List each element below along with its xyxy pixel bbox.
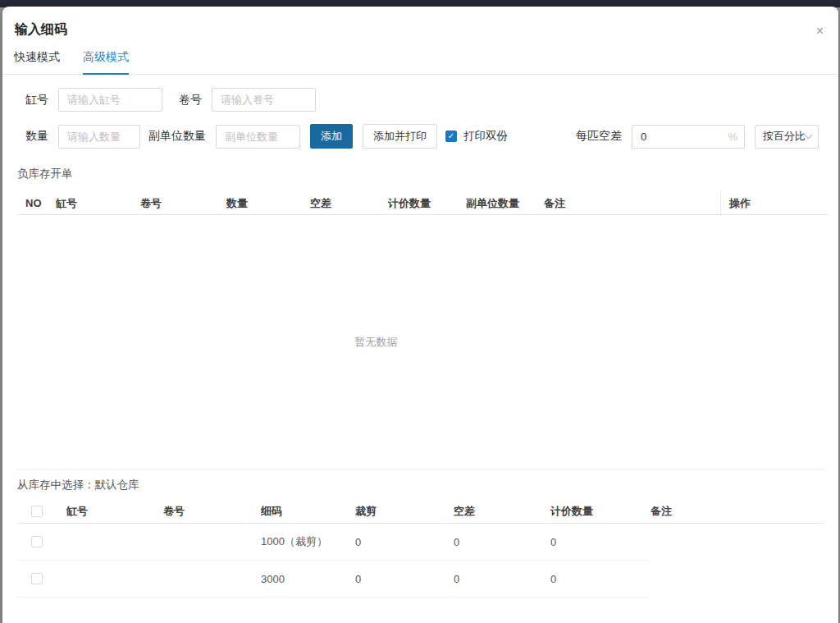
- gap-mode-selected-value: 按百分比: [763, 129, 806, 144]
- per-piece-gap-label: 每匹空差: [576, 129, 622, 144]
- col-vat: 缸号: [56, 192, 140, 215]
- negative-stock-section-label: 负库存开单: [2, 167, 838, 181]
- per-piece-gap-field: %: [632, 125, 745, 149]
- negative-table-body: 暂无数据: [2, 215, 838, 469]
- table-row: 3000 0 0 0: [2, 561, 838, 598]
- empty-data-text: 暂无数据: [355, 336, 398, 348]
- col-roll: 卷号: [163, 500, 261, 524]
- cell-fine-code: 3000: [261, 561, 355, 598]
- col-remark: 备注: [544, 192, 720, 215]
- form-row-2: 数量 副单位数量 添加 添加并打印 打印双份 每匹空差 % 按百分比: [2, 124, 838, 149]
- quantity-label: 数量: [25, 129, 48, 144]
- cell-pricing-qty: 0: [550, 524, 651, 561]
- chevron-down-icon: [805, 131, 813, 139]
- col-pricing-qty: 计价数量: [550, 500, 651, 524]
- print-double-checkbox[interactable]: [445, 131, 457, 142]
- stock-select-section-label: 从库存中选择：默认仓库: [2, 478, 838, 492]
- section-divider: [17, 469, 824, 470]
- percent-suffix: %: [728, 131, 737, 143]
- stock-table-header: 缸号 卷号 细码 裁剪 空差 计价数量 备注: [2, 500, 838, 524]
- col-no: NO: [17, 192, 56, 215]
- col-fine-code: 细码: [261, 500, 355, 524]
- cell-vat: [66, 524, 163, 561]
- cell-gap: 0: [454, 524, 550, 561]
- row-checkbox[interactable]: [31, 536, 43, 547]
- col-gap: 空差: [454, 500, 550, 524]
- cell-cut: 0: [355, 524, 454, 561]
- form-row-1: 缸号 卷号: [2, 88, 838, 112]
- col-remark: 备注: [651, 500, 824, 524]
- mode-tabs: 快速模式 高级模式: [2, 50, 838, 75]
- col-action: 操作: [720, 192, 829, 215]
- close-icon[interactable]: ×: [816, 25, 824, 38]
- add-button[interactable]: 添加: [310, 124, 353, 149]
- cell-roll: [163, 524, 261, 561]
- gap-mode-select[interactable]: 按百分比: [755, 125, 819, 149]
- col-pricing-qty: 计价数量: [388, 192, 466, 215]
- cell-fine-code: 1000（裁剪）: [261, 524, 355, 561]
- col-sub-unit-qty: 副单位数量: [466, 192, 544, 215]
- cell-gap: 0: [454, 561, 550, 598]
- cell-vat: [66, 561, 163, 598]
- roll-number-input[interactable]: [212, 88, 316, 112]
- row-checkbox[interactable]: [31, 573, 43, 584]
- add-and-print-button[interactable]: 添加并打印: [363, 124, 437, 149]
- cell-pricing-qty: 0: [550, 561, 651, 598]
- roll-number-label: 卷号: [179, 93, 202, 108]
- print-double-label: 打印双份: [463, 129, 508, 144]
- cell-roll: [163, 561, 261, 598]
- col-roll: 卷号: [140, 192, 226, 215]
- sub-unit-qty-input[interactable]: [216, 125, 300, 149]
- vat-number-label: 缸号: [25, 93, 48, 108]
- tab-quick-mode[interactable]: 快速模式: [14, 50, 60, 74]
- select-all-checkbox[interactable]: [31, 506, 43, 517]
- col-cut: 裁剪: [355, 500, 454, 524]
- table-row: 1000（裁剪） 0 0 0: [2, 524, 838, 561]
- col-vat: 缸号: [66, 500, 163, 524]
- negative-table-header: NO 缸号 卷号 数量 空差 计价数量 副单位数量 备注 操作: [2, 192, 838, 215]
- col-qty: 数量: [226, 192, 310, 215]
- input-fine-code-modal: 输入细码 × 快速模式 高级模式 缸号 卷号 数量 副单位数量 添加 添加并打印…: [2, 7, 838, 623]
- cell-cut: 0: [355, 561, 454, 598]
- vat-number-input[interactable]: [58, 88, 162, 112]
- col-gap: 空差: [310, 192, 388, 215]
- modal-title: 输入细码: [2, 7, 838, 39]
- tab-advanced-mode[interactable]: 高级模式: [83, 50, 129, 75]
- gap-settings-group: 每匹空差 % 按百分比: [576, 125, 819, 149]
- sub-unit-qty-label: 副单位数量: [148, 129, 206, 144]
- quantity-input[interactable]: [58, 125, 140, 149]
